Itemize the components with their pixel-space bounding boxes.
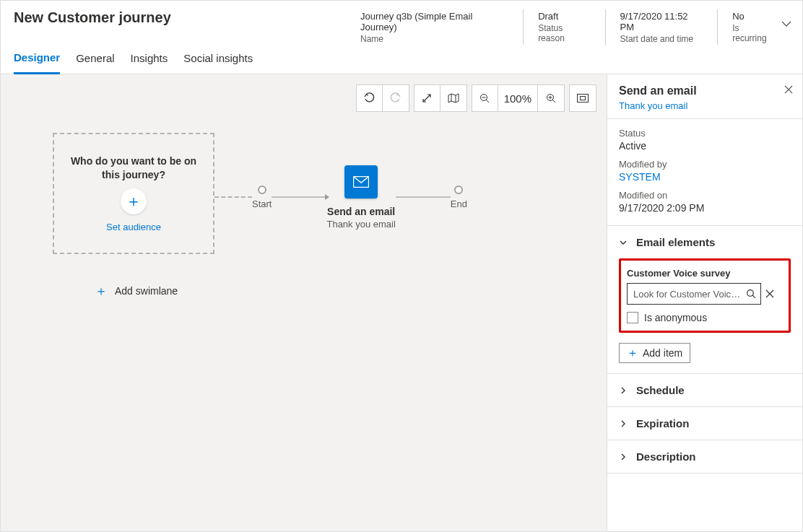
svg-rect-2 [578, 95, 589, 103]
customer-voice-survey-block: Customer Voice survey [619, 258, 791, 333]
plus-icon: ＋ [95, 282, 108, 300]
envelope-icon [353, 176, 369, 188]
end-node: End [451, 186, 467, 209]
tab-designer[interactable]: Designer [14, 43, 60, 74]
expand-icon [422, 93, 432, 103]
survey-remove-button[interactable] [765, 289, 783, 298]
meta-status-reason: Draft Status reason [523, 9, 604, 45]
add-item-button[interactable]: ＋ Add item [619, 343, 690, 363]
svg-point-5 [747, 290, 754, 297]
properties-pane: Send an email Thank you email Status Act… [607, 74, 802, 531]
section-expiration: Expiration [607, 407, 802, 440]
meta-recurring: No Is recurring [717, 9, 789, 45]
survey-lookup[interactable] [627, 283, 761, 305]
svg-rect-3 [581, 97, 586, 100]
zoom-out-icon [479, 93, 490, 103]
section-description: Description [607, 440, 802, 474]
chevron-down-icon [619, 238, 629, 247]
chevron-right-icon [619, 453, 629, 461]
add-swimlane-button[interactable]: ＋ Add swimlane [95, 282, 178, 300]
zoom-out-button[interactable] [472, 85, 498, 111]
pane-close-button[interactable] [784, 84, 794, 95]
end-dot [454, 186, 463, 194]
start-dot [258, 186, 266, 194]
survey-label: Customer Voice survey [627, 268, 783, 279]
meta-start-date: 9/17/2020 11:52 PM Start date and time [605, 9, 718, 45]
connector-line [396, 196, 451, 198]
section-schedule-toggle[interactable]: Schedule [607, 374, 802, 406]
section-email-elements: Email elements Customer Voice survey [607, 226, 802, 374]
start-node: Start [252, 186, 272, 209]
section-description-toggle[interactable]: Description [607, 440, 802, 473]
undo-icon [363, 92, 375, 104]
plus-icon: ＋ [126, 191, 142, 212]
zoom-level[interactable]: 100% [498, 85, 538, 111]
chevron-right-icon [619, 419, 629, 428]
section-email-elements-toggle[interactable]: Email elements [607, 226, 802, 258]
pane-record-link[interactable]: Thank you email [619, 100, 791, 111]
pane-title: Send an email [619, 84, 791, 97]
close-icon [765, 289, 774, 298]
connector-arrow [272, 196, 326, 198]
send-email-node[interactable]: Send an email Thank you email [326, 165, 395, 230]
email-node-title: Send an email [327, 206, 395, 217]
survey-lookup-input[interactable] [632, 288, 746, 300]
prop-modified-on: 9/17/2020 2:09 PM [619, 202, 791, 214]
tab-social-insights[interactable]: Social insights [183, 43, 253, 74]
fit-screen-icon [577, 94, 589, 103]
plus-icon: ＋ [627, 347, 638, 359]
designer-canvas[interactable]: 100% Who do you want to be on this journ… [1, 74, 607, 531]
audience-question: Who do you want to be on this journey? [64, 154, 203, 182]
tab-general[interactable]: General [76, 43, 114, 74]
zoom-in-button[interactable] [538, 85, 564, 111]
tab-insights[interactable]: Insights [131, 43, 168, 74]
connector-dashed [214, 196, 252, 198]
fullscreen-button[interactable] [414, 85, 440, 111]
audience-placeholder[interactable]: Who do you want to be on this journey? ＋… [53, 133, 214, 254]
set-audience-link[interactable]: Set audience [106, 222, 161, 232]
minimap-button[interactable] [440, 85, 466, 111]
redo-button[interactable] [383, 85, 409, 111]
record-header: New Customer journey Journey q3b (Simple… [1, 1, 802, 43]
meta-name: Journey q3b (Simple Email Journey) Name [360, 9, 523, 45]
page-title: New Customer journey [14, 9, 360, 26]
zoom-in-icon [546, 93, 556, 103]
chevron-down-icon [781, 18, 792, 30]
email-tile[interactable] [344, 165, 378, 199]
undo-button[interactable] [357, 85, 383, 111]
is-anonymous-checkbox[interactable] [627, 312, 638, 323]
fit-to-screen-button[interactable] [570, 85, 596, 111]
map-icon [448, 93, 459, 103]
journey-flow: Who do you want to be on this journey? ＋… [53, 132, 467, 255]
prop-status: Active [619, 140, 791, 152]
redo-icon [390, 92, 402, 104]
canvas-toolbar: 100% [356, 84, 596, 112]
email-node-subtitle: Thank you email [326, 219, 395, 230]
prop-modified-by[interactable]: SYSTEM [619, 171, 791, 183]
search-icon[interactable] [746, 289, 756, 299]
add-audience-button[interactable]: ＋ [121, 188, 147, 214]
header-expand-toggle[interactable] [781, 18, 792, 30]
section-expiration-toggle[interactable]: Expiration [607, 407, 802, 440]
pane-properties: Status Active Modified by SYSTEM Modifie… [607, 119, 802, 226]
chevron-right-icon [619, 386, 629, 395]
is-anonymous-label: Is anonymous [644, 312, 707, 323]
tab-bar: Designer General Insights Social insight… [1, 43, 802, 74]
section-schedule: Schedule [607, 374, 802, 407]
close-icon [784, 84, 794, 95]
